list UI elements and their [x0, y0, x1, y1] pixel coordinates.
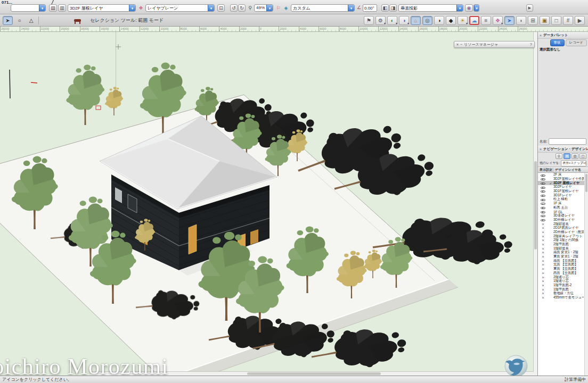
455mmで全モジュール製図[interactable]: × ✓ 455mmで全モジュール製図	[538, 296, 588, 300]
window-tab[interactable]: 071...	[2, 0, 12, 5]
magnifier-icon[interactable]: ⚲	[247, 4, 254, 12]
zoom-level-dropdown[interactable]: 49%	[254, 4, 273, 12]
layer-visibility-toggle[interactable]: ×	[538, 173, 548, 177]
layer-visibility-toggle[interactable]: ×	[538, 279, 548, 283]
other-layers-dropdown[interactable]: 表示+スナップ+編集	[561, 160, 586, 166]
polygon-marquee-tool-icon[interactable]: △	[26, 16, 36, 25]
layer-visibility-toggle[interactable]: ×	[538, 292, 548, 295]
view-capture-icon[interactable]: ◎	[422, 16, 432, 25]
layer-visibility-toggle[interactable]: ×	[538, 202, 548, 205]
layer-visibility-toggle[interactable]: ×	[538, 197, 548, 201]
layer-visibility-toggle[interactable]: ×	[538, 247, 548, 251]
play-animation-icon[interactable]: ➤	[504, 16, 514, 25]
sketch-style-icon[interactable]: ◗	[516, 16, 526, 25]
layer-visibility-toggle[interactable]: ×	[538, 251, 548, 254]
chevron-down-icon[interactable]	[266, 5, 273, 11]
chevron-down-icon[interactable]	[39, 5, 45, 11]
layer-visibility-toggle[interactable]: ×	[538, 194, 548, 197]
background-render-icon[interactable]: ◑	[399, 16, 409, 25]
chevron-down-icon[interactable]	[129, 5, 135, 11]
chevron-down-icon[interactable]	[208, 5, 214, 11]
layer-visibility-toggle[interactable]: ×	[538, 255, 548, 259]
layer-visibility-toggle[interactable]: ×	[538, 267, 548, 271]
layer-visibility-toggle[interactable]: ×	[538, 181, 548, 185]
chevron-down-icon[interactable]	[474, 5, 479, 11]
projection-dropdown[interactable]: 垂直投影	[398, 4, 463, 12]
drawing-canvas[interactable]: × − リソースマネージャ ? oichiro Morozumi	[0, 32, 537, 376]
column-visibility[interactable]: 表示設定	[538, 168, 553, 172]
folder-icon[interactable]: ▥	[58, 4, 66, 12]
layer-visibility-toggle[interactable]: ×	[538, 243, 548, 246]
flag-tool-icon[interactable]: ⚑	[364, 16, 374, 25]
layer-visibility-toggle[interactable]: ×	[538, 177, 548, 181]
layer-options-icon[interactable]: ❖	[137, 4, 144, 12]
view-preset-dropdown[interactable]: カスタム	[291, 4, 355, 12]
furniture-tool-icon[interactable]	[74, 19, 81, 22]
selection-tool-icon[interactable]: ➤	[3, 16, 13, 25]
lock-icon[interactable]: ▤	[49, 4, 57, 12]
view-pane-2-icon[interactable]: ◨	[389, 4, 397, 12]
layer-visibility-toggle[interactable]: ×	[538, 210, 548, 213]
pan-tool-icon[interactable]: ↺	[230, 4, 238, 12]
navigation-header[interactable]: × ナビゲーション・デザインレイヤ	[538, 146, 588, 153]
help-icon[interactable]: ?	[530, 43, 532, 46]
collapse-icon[interactable]: −	[460, 43, 462, 46]
layer-visibility-toggle[interactable]: ×	[538, 259, 548, 263]
close-icon[interactable]: ×	[540, 147, 542, 151]
section-line-icon[interactable]: ≡	[481, 16, 491, 25]
layer-visibility-toggle[interactable]: ×	[538, 263, 548, 267]
tab-shape[interactable]: 形状	[550, 39, 565, 46]
layer-visibility-toggle[interactable]: ×	[538, 189, 548, 193]
plane-mode-dropdown[interactable]: レイヤプレーン	[145, 4, 215, 12]
layer-visibility-toggle[interactable]: ×	[538, 185, 548, 189]
render-settings-icon[interactable]: ⚙	[375, 16, 386, 25]
data-palette-header[interactable]: × データパレット	[538, 32, 588, 39]
layer-visibility-toggle[interactable]: ×	[538, 284, 548, 287]
unified-view-icon[interactable]: ◆	[446, 16, 456, 25]
page-icon[interactable]: ⊡	[217, 4, 225, 12]
surface-render-icon[interactable]: ◐	[387, 16, 397, 25]
layer-visibility-toggle[interactable]: ×	[538, 226, 548, 230]
sky-background-icon[interactable]: ☁	[469, 16, 479, 25]
ruler-corner-icon[interactable]: #	[563, 16, 573, 25]
nav-design-layers-icon[interactable]: ▤	[564, 153, 570, 159]
walkthrough-icon[interactable]: ⌂	[411, 16, 421, 25]
layer-visibility-toggle[interactable]: ×	[538, 214, 548, 218]
桁高 土台[interactable]: × ✓ 桁高 土台	[538, 206, 588, 210]
camera-options-dropdown[interactable]	[473, 4, 479, 12]
layer-visibility-toggle[interactable]: ×	[538, 218, 548, 222]
nav-viewports-icon[interactable]: ◫	[579, 153, 586, 159]
layer-visibility-toggle[interactable]: ×	[538, 235, 548, 238]
layer-visibility-toggle[interactable]: ×	[538, 296, 548, 299]
fit-to-objects-icon[interactable]: ◈	[282, 4, 290, 12]
close-icon[interactable]: ×	[540, 34, 542, 37]
lasso-tool-icon[interactable]: ○	[14, 16, 24, 25]
contrast-icon[interactable]: ◑	[434, 16, 444, 25]
image-background-icon[interactable]: ▣	[540, 16, 550, 25]
overflow-arrow-icon[interactable]: ▶	[575, 16, 585, 25]
view-pane-icon[interactable]: ◧	[381, 4, 389, 12]
tab-record[interactable]: レコード	[566, 39, 587, 46]
chevron-down-icon[interactable]	[456, 5, 463, 11]
rotation-angle-field[interactable]: 0.00°	[363, 4, 377, 12]
camera-icon[interactable]: ◉	[465, 4, 473, 12]
toolbar-overflow-button[interactable]: ▶	[526, 4, 533, 12]
layer-list-scrollbar[interactable]	[584, 173, 588, 376]
nav-search-icon[interactable]: ⚲	[556, 153, 562, 159]
active-layer-dropdown[interactable]: 3D2F 屋根レイヤ	[68, 4, 136, 12]
3d-scene[interactable]	[0, 32, 537, 376]
layer-visibility-toggle[interactable]: ×	[538, 271, 548, 275]
layer-visibility-toggle[interactable]: ×	[538, 222, 548, 226]
presentation-style-icon[interactable]: ❖	[493, 16, 503, 25]
nav-classes-icon[interactable]: ▥	[571, 153, 578, 159]
lighting-icon[interactable]: ☀	[458, 16, 468, 25]
column-layer-name[interactable]: デザインレイヤ名	[553, 168, 588, 172]
close-icon[interactable]: ×	[456, 43, 459, 46]
layer-visibility-toggle[interactable]: ×	[538, 288, 548, 292]
layer-visibility-toggle[interactable]: ×	[538, 206, 548, 210]
chevron-down-icon[interactable]	[348, 5, 354, 11]
document-dropdown[interactable]	[11, 4, 46, 12]
rotate-view-icon[interactable]: ↻	[238, 4, 246, 12]
sheet-icon[interactable]: □	[551, 16, 561, 25]
layer-visibility-toggle[interactable]: ×	[538, 238, 548, 242]
